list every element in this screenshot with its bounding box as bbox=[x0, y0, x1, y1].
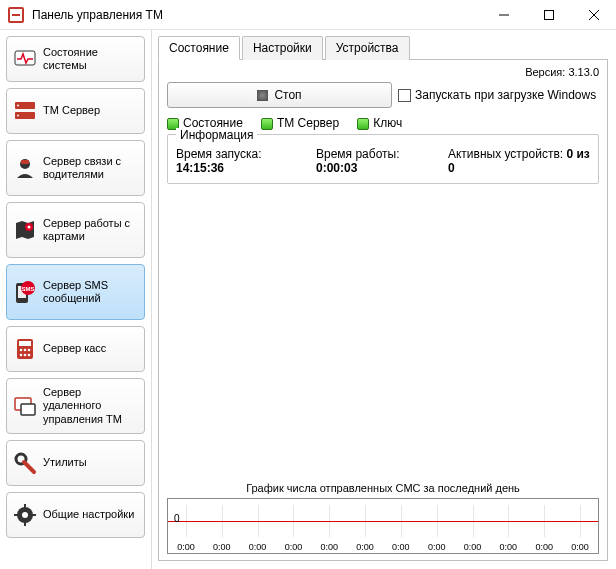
info-fieldset: Информация Время запуска: 14:15:36 Время… bbox=[167, 134, 599, 184]
svg-rect-30 bbox=[24, 504, 26, 508]
map-icon bbox=[13, 218, 37, 242]
gear-icon bbox=[13, 503, 37, 527]
svg-point-24 bbox=[28, 354, 31, 357]
sidebar-item-label: Сервер связи с водителями bbox=[43, 155, 138, 181]
svg-text:SMS: SMS bbox=[21, 286, 34, 292]
sidebar-item-tm-server[interactable]: ТМ Сервер bbox=[6, 88, 145, 134]
led-icon bbox=[261, 118, 273, 130]
version-label: Версия: 3.13.0 bbox=[167, 66, 599, 78]
svg-point-22 bbox=[20, 354, 23, 357]
svg-point-7 bbox=[17, 105, 19, 107]
chart-zero-label: 0 bbox=[174, 513, 180, 524]
chart-zero-line bbox=[168, 521, 598, 522]
tools-icon bbox=[13, 451, 37, 475]
status-label: ТМ Сервер bbox=[277, 116, 339, 130]
start-value: 14:15:36 bbox=[176, 161, 224, 175]
sidebar-item-label: Сервер работы с картами bbox=[43, 217, 138, 243]
chart-title: График числа отправленных СМС за последн… bbox=[167, 482, 599, 494]
minimize-button[interactable] bbox=[481, 0, 526, 30]
uptime-value: 0:00:03 bbox=[316, 161, 357, 175]
sidebar-item-settings[interactable]: Общие настройки bbox=[6, 492, 145, 538]
autostart-checkbox[interactable]: Запускать при загрузке Windows bbox=[398, 88, 596, 102]
uptime-label: Время работы: bbox=[316, 147, 400, 161]
sidebar-item-maps[interactable]: Сервер работы с картами bbox=[6, 202, 145, 258]
svg-rect-32 bbox=[14, 514, 18, 516]
sidebar-item-label: Сервер удаленного управления ТМ bbox=[43, 386, 138, 426]
chart-block: График числа отправленных СМС за последн… bbox=[167, 476, 599, 554]
monitor-icon bbox=[13, 47, 37, 71]
stop-button[interactable]: Стоп bbox=[167, 82, 392, 108]
sidebar-item-remote[interactable]: Сервер удаленного управления ТМ bbox=[6, 378, 145, 434]
svg-rect-1 bbox=[544, 10, 553, 19]
sidebar-item-cash[interactable]: Сервер касс bbox=[6, 326, 145, 372]
sidebar-item-sms[interactable]: SMS Сервер SMS сообщений bbox=[6, 264, 145, 320]
start-label: Время запуска: bbox=[176, 147, 262, 161]
svg-point-29 bbox=[22, 512, 28, 518]
tab-state[interactable]: Состояние bbox=[158, 36, 240, 60]
main-panel: Состояние Настройки Устройства Версия: 3… bbox=[152, 30, 616, 569]
sidebar-item-label: Общие настройки bbox=[43, 508, 134, 521]
status-label: Ключ bbox=[373, 116, 402, 130]
sidebar-item-label: Сервер касс bbox=[43, 342, 106, 355]
maximize-button[interactable] bbox=[526, 0, 571, 30]
server-icon bbox=[13, 99, 37, 123]
devices-label: Активных устройств: bbox=[448, 147, 563, 161]
sidebar: Состояние системы ТМ Сервер Сервер связи… bbox=[0, 30, 152, 569]
svg-point-21 bbox=[28, 349, 31, 352]
svg-rect-10 bbox=[21, 160, 29, 164]
stop-button-label: Стоп bbox=[274, 88, 301, 102]
app-icon bbox=[8, 7, 24, 23]
sidebar-item-system-status[interactable]: Состояние системы bbox=[6, 36, 145, 82]
svg-rect-26 bbox=[21, 404, 35, 415]
sidebar-item-label: Сервер SMS сообщений bbox=[43, 279, 138, 305]
sidebar-item-label: Состояние системы bbox=[43, 46, 138, 72]
svg-point-23 bbox=[24, 354, 27, 357]
autostart-label: Запускать при загрузке Windows bbox=[415, 88, 596, 102]
chart-x-ticks: 0:000:000:000:000:000:000:000:000:000:00… bbox=[168, 542, 598, 552]
driver-icon bbox=[13, 156, 37, 180]
tab-bar: Состояние Настройки Устройства bbox=[158, 36, 608, 60]
tab-settings[interactable]: Настройки bbox=[242, 36, 323, 60]
svg-rect-31 bbox=[24, 522, 26, 526]
sidebar-item-label: Утилиты bbox=[43, 456, 87, 469]
close-button[interactable] bbox=[571, 0, 616, 30]
svg-point-20 bbox=[24, 349, 27, 352]
svg-rect-33 bbox=[32, 514, 36, 516]
sidebar-item-label: ТМ Сервер bbox=[43, 104, 100, 117]
remote-icon bbox=[13, 394, 37, 418]
svg-point-19 bbox=[20, 349, 23, 352]
sms-chart: 0 0:000:000:000:000:000:000:000:000:000:… bbox=[167, 498, 599, 554]
sidebar-item-utilities[interactable]: Утилиты bbox=[6, 440, 145, 486]
info-legend: Информация bbox=[176, 128, 257, 142]
window-title: Панель управления ТМ bbox=[32, 8, 481, 22]
stop-icon bbox=[257, 90, 268, 101]
svg-point-12 bbox=[28, 226, 31, 229]
calculator-icon bbox=[13, 337, 37, 361]
checkbox-box-icon bbox=[398, 89, 411, 102]
svg-point-8 bbox=[17, 115, 19, 117]
led-icon bbox=[357, 118, 369, 130]
tab-devices[interactable]: Устройства bbox=[325, 36, 410, 60]
tab-content: Версия: 3.13.0 Стоп Запускать при загруз… bbox=[158, 60, 608, 561]
sidebar-item-driver-comm[interactable]: Сервер связи с водителями bbox=[6, 140, 145, 196]
title-bar: Панель управления ТМ bbox=[0, 0, 616, 30]
sms-icon: SMS bbox=[13, 280, 37, 304]
svg-rect-18 bbox=[19, 341, 31, 346]
